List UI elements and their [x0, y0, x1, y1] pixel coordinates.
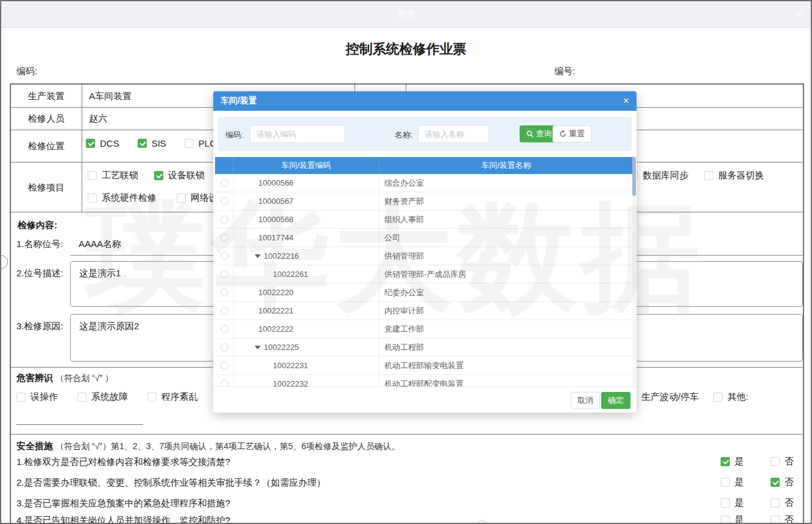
refresh-icon — [559, 130, 567, 138]
reset-button[interactable]: 重置 — [553, 125, 591, 142]
row-name-value: 公司 — [380, 229, 633, 246]
project-checkbox-0[interactable] — [88, 171, 97, 180]
row-code-value: 10000566 — [258, 178, 294, 187]
project-checkbox-0[interactable] — [88, 194, 97, 203]
production-device-value[interactable]: A车间装置 — [89, 91, 132, 102]
location-checkbox-1[interactable] — [138, 139, 147, 148]
modal-search-panel: 编码: 名称: 查询 重置 — [218, 117, 632, 151]
row-name-value: 机动工程部 — [380, 338, 633, 356]
tree-expand-icon[interactable] — [255, 346, 261, 349]
no-checkbox[interactable] — [771, 515, 780, 524]
row-radio-4[interactable] — [221, 252, 228, 260]
row-radio-3[interactable] — [221, 234, 228, 242]
scrollbar-thumb[interactable] — [632, 157, 636, 196]
row-code-value: 10000567 — [258, 197, 294, 206]
location-item: SIS — [138, 138, 166, 148]
row-radio-0[interactable] — [221, 179, 228, 187]
hazard-checkbox-1[interactable] — [713, 393, 722, 402]
row-radio-5[interactable] — [221, 270, 228, 278]
code-label: 编码: — [16, 66, 37, 77]
row-code-cell: 10022225 — [233, 338, 380, 356]
search-code-input[interactable] — [250, 125, 345, 143]
hazard-other-input[interactable] — [16, 414, 143, 425]
yes-checkbox[interactable] — [721, 498, 730, 508]
no-checkbox[interactable] — [771, 457, 780, 466]
modal-close-icon[interactable]: × — [623, 95, 629, 107]
row-name-value: 财务资产部 — [380, 192, 633, 210]
table-row[interactable]: 10017744公司 — [215, 229, 633, 247]
table-row[interactable]: 10022222党建工作部 — [215, 320, 633, 338]
confirm-button[interactable]: 确定 — [601, 392, 630, 409]
row-code-cell: 10022216 — [233, 247, 380, 265]
project-checkbox-1[interactable] — [154, 171, 163, 180]
table-row[interactable]: 10000566综合办公室 — [215, 174, 633, 192]
tree-expand-icon[interactable] — [255, 254, 261, 258]
project-item: 数据库同步 — [629, 170, 688, 181]
table-row[interactable]: 10022261供销管理部-产成品库房 — [215, 265, 633, 284]
row-code-cell: 10000568 — [233, 211, 380, 228]
table-row[interactable]: 10022231机动工程部输变电装置 — [215, 357, 633, 375]
safety-question-3: 3.是否已掌握相关应急预案中的紧急处理程序和措施? — [16, 498, 656, 509]
no-checkbox[interactable] — [771, 498, 780, 508]
table-row[interactable]: 10022220纪委办公室 — [215, 284, 633, 302]
row-radio-9[interactable] — [221, 343, 228, 351]
yes-checkbox[interactable] — [721, 515, 730, 524]
project-checkbox-group-line1: 工艺联锁设备联锁 — [88, 170, 205, 181]
row-radio-6[interactable] — [221, 288, 228, 296]
row-radio-2[interactable] — [221, 215, 228, 223]
table-row[interactable]: 10022232机动工程部配变电装置 — [215, 375, 633, 387]
no-checkbox[interactable] — [771, 478, 780, 487]
table-row[interactable]: 10022221内控审计部 — [215, 302, 633, 320]
hazard-checkbox-2[interactable] — [147, 393, 157, 402]
row-name-value: 综合办公室 — [380, 174, 633, 192]
safety-answer-3: 是否 — [721, 497, 794, 509]
table-row[interactable]: 10000567财务资产部 — [215, 192, 633, 211]
row-select-cell — [215, 211, 233, 228]
workshop-table-body: 10000566综合办公室10000567财务资产部10000568组织人事部1… — [215, 174, 633, 387]
row-radio-8[interactable] — [221, 325, 228, 333]
row-code-cell: 10022232 — [233, 375, 380, 387]
project-label: 服务器切换 — [718, 170, 764, 181]
row-name-value: 供销管理部-产成品库房 — [380, 265, 633, 283]
project-checkbox-1[interactable] — [177, 194, 186, 203]
row-code-cell: 10022221 — [233, 302, 380, 320]
row-name-value: 机动工程部输变电装置 — [380, 357, 633, 374]
row-radio-7[interactable] — [221, 307, 228, 315]
row-select-cell — [215, 375, 233, 387]
field-label-maintenance-reason: 3.检修原因: — [16, 321, 63, 332]
divider — [11, 434, 803, 435]
hazard-item: 系统故障 — [77, 391, 128, 403]
field-label-tag-name: 1.名称位号: — [16, 239, 63, 250]
search-code-label: 编码: — [225, 130, 244, 141]
safety-title-text: 安全措施 — [16, 441, 53, 451]
row-code-cell: 10022261 — [233, 265, 380, 283]
cancel-button[interactable]: 取消 — [571, 392, 600, 409]
search-name-input[interactable] — [418, 125, 489, 143]
dialog-close-icon[interactable]: × — [794, 6, 802, 22]
divider — [82, 85, 82, 212]
maintenance-person-value[interactable]: 赵六 — [89, 113, 107, 125]
project-checkbox-1[interactable] — [704, 171, 713, 180]
header-code-col: 车间/装置编码 — [233, 157, 380, 174]
table-row[interactable]: 10000568组织人事部 — [215, 211, 633, 229]
hazard-hint: （符合划 “√” ） — [55, 373, 113, 383]
row-name-value: 供销管理部 — [380, 247, 633, 265]
row-radio-10[interactable] — [221, 362, 228, 369]
yes-checkbox[interactable] — [721, 478, 730, 487]
project-checkbox-group-line1-right: 数据库同步服务器切换 — [629, 170, 764, 181]
table-scrollbar[interactable] — [632, 157, 636, 387]
row-radio-1[interactable] — [221, 197, 228, 205]
table-row[interactable]: 10022216供销管理部 — [215, 247, 633, 265]
location-checkbox-0[interactable] — [86, 139, 95, 148]
table-row[interactable]: 10022225机动工程部 — [215, 338, 633, 357]
drawer-handle-icon[interactable] — [0, 255, 8, 269]
row-name-value: 纪委办公室 — [380, 284, 633, 301]
hazard-checkbox-0[interactable] — [16, 393, 26, 402]
hazard-item: 程序紊乱 — [147, 391, 198, 403]
yes-label: 是 — [735, 497, 744, 509]
hazard-item: 误操作 — [16, 391, 58, 403]
project-item: 系统硬件检修 — [88, 192, 157, 204]
hazard-checkbox-1[interactable] — [77, 393, 86, 402]
yes-checkbox[interactable] — [721, 457, 730, 466]
location-checkbox-2[interactable] — [185, 139, 194, 148]
